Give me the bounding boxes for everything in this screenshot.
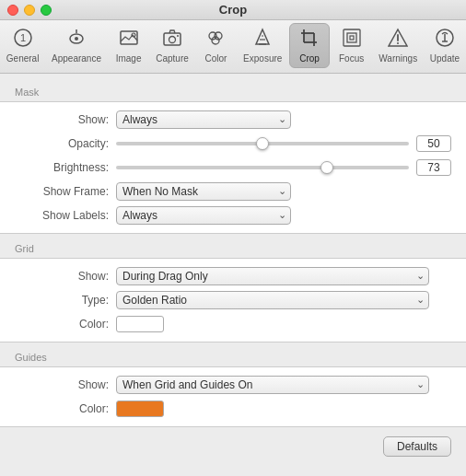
window-controls[interactable]: [7, 5, 52, 16]
grid-type-row: Type: Golden Ratio Rule of Thirds Square…: [0, 288, 466, 312]
guides-section-label: Guides: [0, 346, 466, 366]
grid-type-control: Golden Ratio Rule of Thirds Square Diago…: [116, 291, 451, 309]
guides-show-select[interactable]: When Grid and Guides On Always Never: [116, 376, 429, 394]
toolbar-capture-label: Capture: [156, 53, 189, 64]
grid-type-select-wrapper[interactable]: Golden Ratio Rule of Thirds Square Diago…: [116, 291, 429, 309]
capture-icon: [162, 28, 182, 51]
mask-opacity-row: Opacity:: [0, 132, 466, 156]
guides-color-label: Color:: [15, 402, 116, 415]
svg-rect-22: [344, 29, 360, 46]
toolbar-item-crop[interactable]: Crop: [289, 23, 330, 68]
grid-show-select-wrapper[interactable]: During Drag Only Always Never: [116, 267, 429, 285]
mask-brightness-control: [116, 159, 451, 176]
toolbar: 1 General Appearance Image: [0, 20, 466, 74]
grid-color-row: Color:: [0, 312, 466, 336]
grid-type-select[interactable]: Golden Ratio Rule of Thirds Square Diago…: [116, 291, 429, 309]
toolbar-warnings-label: Warnings: [379, 53, 417, 64]
toolbar-item-focus[interactable]: Focus: [332, 24, 372, 67]
maximize-button[interactable]: [41, 5, 52, 16]
guides-color-row: Color:: [0, 397, 466, 421]
mask-opacity-slider[interactable]: [116, 142, 409, 145]
mask-showframe-select[interactable]: When No Mask Always Never: [116, 182, 291, 201]
mask-opacity-label: Opacity:: [15, 137, 116, 150]
color-icon: [205, 28, 226, 51]
crop-icon: [299, 28, 320, 51]
toolbar-item-exposure[interactable]: Exposure: [238, 24, 287, 67]
mask-show-control: Always Never When Hovering Over Image: [116, 110, 451, 129]
grid-section: Grid Show: During Drag Only Always Never: [0, 238, 466, 342]
grid-color-control: [116, 316, 451, 332]
toolbar-item-color[interactable]: Color: [195, 24, 236, 67]
svg-rect-21: [304, 33, 314, 42]
guides-show-row: Show: When Grid and Guides On Always Nev…: [0, 373, 466, 397]
mask-showlabels-select[interactable]: Always Never: [116, 206, 291, 225]
mask-showframe-control: When No Mask Always Never: [116, 182, 451, 201]
mask-section: Mask Show: Always Never When Hovering Ov…: [0, 81, 466, 234]
toolbar-item-image[interactable]: Image: [109, 24, 149, 67]
general-icon: 1: [13, 28, 33, 51]
toolbar-general-label: General: [6, 53, 40, 64]
mask-showframe-row: Show Frame: When No Mask Always Never: [0, 180, 466, 203]
window-title: Crop: [219, 3, 247, 17]
guides-color-swatch[interactable]: [116, 401, 164, 417]
warnings-icon: [388, 28, 408, 51]
toolbar-item-warnings[interactable]: Warnings: [373, 24, 423, 67]
toolbar-update-label: Update: [430, 53, 460, 64]
toolbar-exposure-label: Exposure: [243, 53, 282, 64]
mask-brightness-value[interactable]: [416, 159, 451, 176]
mask-section-label: Mask: [0, 81, 466, 101]
grid-type-label: Type:: [15, 294, 116, 307]
close-button[interactable]: [7, 5, 18, 16]
grid-show-control: During Drag Only Always Never: [116, 267, 451, 285]
mask-brightness-slider[interactable]: [116, 166, 409, 169]
grid-color-label: Color:: [15, 318, 116, 331]
mask-showframe-label: Show Frame:: [15, 185, 116, 198]
guides-section: Guides Show: When Grid and Guides On Alw…: [0, 346, 466, 427]
guides-section-body: Show: When Grid and Guides On Always Nev…: [0, 366, 466, 427]
focus-icon: [342, 28, 362, 51]
svg-marker-13: [256, 29, 269, 44]
svg-rect-24: [350, 36, 354, 40]
guides-color-control: [116, 401, 451, 417]
image-icon: [119, 28, 139, 51]
grid-show-select[interactable]: During Drag Only Always Never: [116, 267, 429, 285]
toolbar-crop-label: Crop: [299, 53, 320, 64]
svg-point-8: [169, 37, 176, 43]
toolbar-focus-label: Focus: [339, 53, 364, 64]
toolbar-item-general[interactable]: 1 General: [1, 24, 45, 67]
svg-point-27: [397, 42, 399, 44]
toolbar-item-capture[interactable]: Capture: [150, 24, 194, 67]
grid-show-row: Show: During Drag Only Always Never: [0, 264, 466, 288]
svg-text:1: 1: [20, 32, 26, 43]
mask-opacity-control: [116, 135, 451, 152]
grid-section-label: Grid: [0, 238, 466, 258]
minimize-button[interactable]: [24, 5, 35, 16]
guides-show-select-wrapper[interactable]: When Grid and Guides On Always Never: [116, 376, 429, 394]
mask-showlabels-select-wrapper[interactable]: Always Never: [116, 206, 291, 225]
grid-section-body: Show: During Drag Only Always Never Type…: [0, 258, 466, 342]
mask-show-select[interactable]: Always Never When Hovering Over Image: [116, 110, 291, 129]
toolbar-color-label: Color: [205, 53, 227, 64]
mask-show-row: Show: Always Never When Hovering Over Im…: [0, 108, 466, 132]
grid-show-label: Show:: [15, 270, 116, 283]
mask-showlabels-label: Show Labels:: [15, 209, 116, 222]
exposure-icon: [252, 28, 273, 51]
toolbar-item-update[interactable]: Update: [425, 24, 465, 67]
mask-showframe-select-wrapper[interactable]: When No Mask Always Never: [116, 182, 291, 201]
guides-show-control: When Grid and Guides On Always Never: [116, 376, 451, 394]
mask-show-label: Show:: [15, 113, 116, 126]
guides-show-label: Show:: [15, 378, 116, 391]
toolbar-image-label: Image: [116, 53, 142, 64]
mask-brightness-row: Brightness:: [0, 156, 466, 180]
toolbar-appearance-label: Appearance: [52, 53, 101, 64]
footer: Defaults: [0, 431, 466, 462]
grid-color-swatch[interactable]: [116, 316, 164, 332]
toolbar-item-appearance[interactable]: Appearance: [46, 24, 107, 67]
defaults-button[interactable]: Defaults: [383, 436, 451, 457]
content-area: Mask Show: Always Never When Hovering Ov…: [0, 74, 466, 476]
mask-opacity-value[interactable]: [416, 135, 451, 152]
mask-show-select-wrapper[interactable]: Always Never When Hovering Over Image: [116, 110, 291, 129]
title-bar: Crop: [0, 0, 466, 20]
appearance-icon: [66, 28, 87, 51]
mask-showlabels-row: Show Labels: Always Never: [0, 203, 466, 227]
